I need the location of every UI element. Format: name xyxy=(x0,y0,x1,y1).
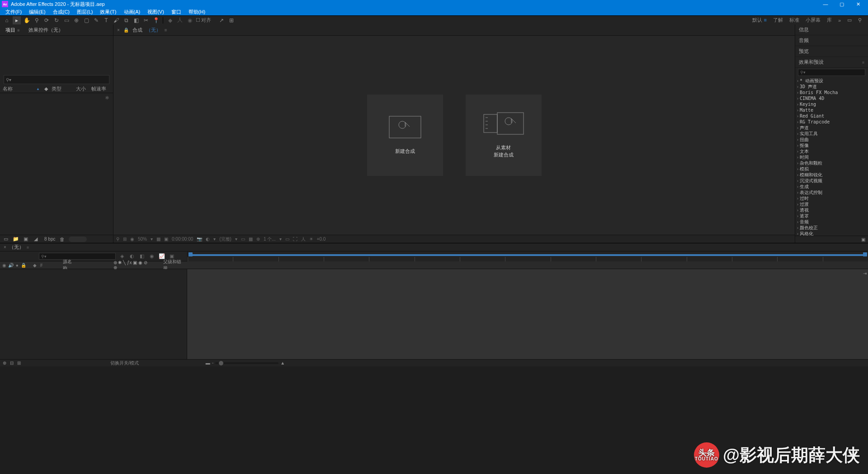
text-tool[interactable]: T xyxy=(102,16,110,24)
toggle-switch-mode-label[interactable]: 切换开关/模式 xyxy=(110,360,139,366)
roto-tool[interactable]: ✂ xyxy=(142,16,150,24)
menu-edit[interactable]: 编辑(E) xyxy=(25,9,49,15)
effect-category[interactable]: ›模糊和锐化 xyxy=(795,172,868,178)
timeline-layer-list[interactable] xyxy=(0,269,187,359)
timeline-tab-label[interactable]: （无） xyxy=(9,244,24,251)
effect-category[interactable]: ›过时 xyxy=(795,195,868,201)
mask-mode-icon[interactable]: ◆ xyxy=(166,16,174,24)
rotate-tool[interactable]: ↻ xyxy=(52,16,61,24)
timeline-collapse-icon[interactable]: ⇥ xyxy=(862,270,868,276)
menu-animation[interactable]: 动画(A) xyxy=(120,9,144,15)
anchor-tool[interactable]: ⊕ xyxy=(72,16,80,24)
home-tool[interactable]: ⌂ xyxy=(3,16,11,24)
effect-category[interactable]: ›生成 xyxy=(795,184,868,190)
project-item-list[interactable]: ⚛ xyxy=(0,93,113,235)
menu-window[interactable]: 窗口 xyxy=(168,9,185,15)
tab-project[interactable]: 项目≡ xyxy=(4,27,21,33)
shape-tool[interactable]: ▢ xyxy=(82,16,90,24)
trash-icon[interactable]: 🗑 xyxy=(59,236,65,242)
timeline-work-area[interactable] xyxy=(188,252,868,255)
toggle-parent-icon[interactable]: ⊞ xyxy=(17,360,21,365)
interpret-icon[interactable]: ▭ xyxy=(3,236,9,242)
new-comp-from-footage-card[interactable]: 从素材新建合成 xyxy=(466,95,542,176)
bpc-label[interactable]: 8 bpc xyxy=(44,237,55,242)
audio-col-icon[interactable]: 🔊 xyxy=(8,263,14,268)
effect-category[interactable]: ›透视 xyxy=(795,207,868,213)
toggle-modes-icon[interactable]: ⊟ xyxy=(10,360,14,365)
adjust-icon[interactable]: ◢ xyxy=(33,236,39,242)
panel-preview[interactable]: 预览 xyxy=(795,46,868,57)
label-col-icon[interactable]: ◆ xyxy=(33,263,38,268)
effect-category[interactable]: ›抠像 xyxy=(795,142,868,148)
menu-composition[interactable]: 合成(C) xyxy=(49,9,73,15)
comp-tab-close-icon[interactable]: × xyxy=(117,28,120,33)
col-name[interactable]: 名称 xyxy=(3,85,34,92)
effect-category[interactable]: ›遮罩 xyxy=(795,213,868,219)
zoom-thumb[interactable] xyxy=(219,361,223,365)
effect-category[interactable]: ›Keying xyxy=(795,101,868,107)
zoom-out-icon[interactable]: ▬ xyxy=(206,360,210,365)
effect-category[interactable]: ›Matte xyxy=(795,107,868,113)
transparency-icon[interactable]: ▦ xyxy=(249,237,253,242)
new-comp-icon[interactable]: ▣ xyxy=(23,236,29,242)
timeline-ruler[interactable] xyxy=(187,251,868,261)
work-area-end-handle[interactable] xyxy=(863,252,867,256)
hand-tool[interactable]: ✋ xyxy=(23,16,31,24)
camera-tool[interactable]: ▭ xyxy=(62,16,71,24)
panel-effects-presets[interactable]: 效果和预设≡ xyxy=(795,57,868,68)
tab-effect-controls[interactable]: 效果控件（无） xyxy=(27,27,65,33)
flowchart-icon[interactable]: ⚛ xyxy=(105,95,109,101)
snapshot-icon[interactable]: 📷 xyxy=(197,237,202,242)
col-size[interactable]: 大小 xyxy=(76,85,90,92)
effect-category[interactable]: ›音频 xyxy=(795,219,868,225)
effect-category[interactable]: ›时间 xyxy=(795,154,868,160)
timeline-tab-close-icon[interactable]: × xyxy=(4,245,6,250)
timeline-tab-menu-icon[interactable]: ≡ xyxy=(27,245,29,250)
timecode-value[interactable]: 0:00:00:00 xyxy=(172,237,193,242)
workspace-small[interactable]: 小屏幕 xyxy=(806,17,821,24)
workspace-more-icon[interactable]: » xyxy=(838,18,841,23)
workspace-standard[interactable]: 标准 xyxy=(789,17,799,24)
effect-category[interactable]: ›扭曲 xyxy=(795,137,868,142)
effect-category[interactable]: ›颜色校正 xyxy=(795,225,868,231)
workspace-default[interactable]: 默认 ≡ xyxy=(752,17,766,24)
close-button[interactable]: ✕ xyxy=(850,1,866,7)
res-icon[interactable]: ▦ xyxy=(156,237,160,242)
pen-tool[interactable]: ✎ xyxy=(92,16,100,24)
help-search-icon[interactable]: ⚲ xyxy=(858,17,862,23)
view-opts-icon[interactable]: ▭ xyxy=(285,237,289,242)
comp-tab-lock-icon[interactable]: 🔒 xyxy=(123,28,129,33)
eye-col-icon[interactable]: ◉ xyxy=(2,263,7,268)
magnify-icon[interactable]: ⚲ xyxy=(116,237,119,242)
effect-category[interactable]: ›表达式控制 xyxy=(795,190,868,195)
zoom-in-icon[interactable]: ▲ xyxy=(280,360,285,365)
solo-col-icon[interactable]: ● xyxy=(14,263,20,268)
menu-view[interactable]: 视图(V) xyxy=(144,9,168,15)
zoom-tool[interactable]: ⚲ xyxy=(33,16,41,24)
brush-tool[interactable]: 🖌 xyxy=(112,16,120,24)
effect-category[interactable]: ›风格化 xyxy=(795,231,868,236)
puppet-tool[interactable]: 📍 xyxy=(152,16,160,24)
new-composition-card[interactable]: 新建合成 xyxy=(367,95,443,176)
views-value[interactable]: 1 个... xyxy=(264,236,276,242)
effect-category[interactable]: ›CINEMA 4D xyxy=(795,95,868,101)
effect-category[interactable]: ›RG Trapcode xyxy=(795,119,868,125)
effect-category[interactable]: ›沉浸式视频 xyxy=(795,178,868,184)
project-search-input[interactable]: ⚲▾ xyxy=(4,75,109,84)
effect-category[interactable]: ›Boris FX Mocha xyxy=(795,90,868,95)
effect-category[interactable]: ›文本 xyxy=(795,148,868,154)
comp-tab-menu-icon[interactable]: ≡ xyxy=(165,28,167,33)
timeline-track-area[interactable]: ⇥ xyxy=(187,269,868,359)
eraser-tool[interactable]: ◧ xyxy=(132,16,140,24)
menu-effect[interactable]: 效果(T) xyxy=(96,9,120,15)
resolution-value[interactable]: (完整) xyxy=(219,236,231,242)
timeline-zoom-slider[interactable]: ▬ ◦ ▲ xyxy=(206,360,285,365)
effects-search-input[interactable]: ⚲▾ xyxy=(798,69,865,76)
new-folder-icon[interactable]: 📁 xyxy=(13,236,19,242)
zoom-value[interactable]: 50% xyxy=(138,237,147,242)
workspace-reset-icon[interactable]: ▭ xyxy=(847,17,852,23)
region-icon[interactable]: ▭ xyxy=(241,237,245,242)
effect-category[interactable]: ›过渡 xyxy=(795,201,868,207)
orbit-tool[interactable]: ⟳ xyxy=(42,16,51,24)
lock-col-icon[interactable]: 🔒 xyxy=(21,263,26,268)
